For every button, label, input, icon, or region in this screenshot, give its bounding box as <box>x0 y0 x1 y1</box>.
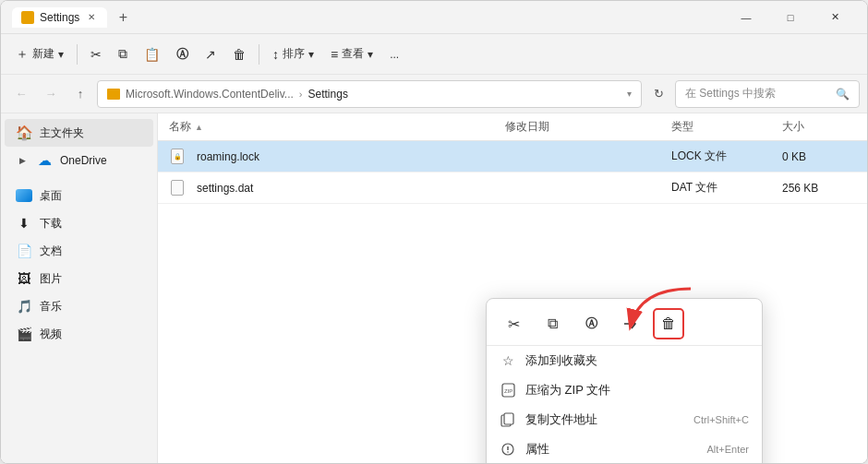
col-name-header: 名称 ▲ <box>169 119 505 135</box>
more-button[interactable]: ... <box>382 43 406 65</box>
back-button[interactable]: ← <box>8 81 34 107</box>
maximize-button[interactable]: □ <box>769 3 812 32</box>
forward-button[interactable]: → <box>38 81 64 107</box>
col-name-label: 名称 <box>169 119 191 135</box>
new-icon: ＋ <box>16 46 29 63</box>
new-chevron: ▾ <box>58 48 64 61</box>
videos-icon: 🎬 <box>16 326 32 342</box>
search-box[interactable]: 在 Settings 中搜索 🔍 <box>675 80 860 108</box>
search-icon: 🔍 <box>836 88 850 101</box>
sidebar-item-music[interactable]: 🎵 音乐 📌 <box>5 292 153 320</box>
addr-folder-icon <box>107 89 120 100</box>
context-menu: ✂ ⧉ Ⓐ 🗑 ☆ 添加到收藏夹 <box>486 298 763 463</box>
up-button[interactable]: ↑ <box>67 81 93 107</box>
view-icon: ≡ <box>331 47 338 62</box>
roaming-lock-filename: roaming.lock <box>197 150 259 163</box>
addr-path-short: Microsoft.Windows.ContentDeliv... <box>126 88 294 101</box>
view-button[interactable]: ≡ 查看 ▾ <box>323 42 380 66</box>
settings-dat-size: 256 KB <box>782 182 856 195</box>
add-favorite-icon: ☆ <box>500 352 516 369</box>
zip-icon: ZIP <box>500 382 516 399</box>
tab-close-btn[interactable]: ✕ <box>85 11 98 24</box>
file-list: 名称 ▲ 修改日期 类型 大小 🔒 <box>158 113 867 463</box>
sidebar-label-desktop: 桌面 <box>40 188 62 204</box>
address-input[interactable]: Microsoft.Windows.ContentDeliv... › Sett… <box>97 80 642 108</box>
sidebar-item-videos[interactable]: 🎬 视频 📌 <box>5 320 153 348</box>
sidebar-item-desktop[interactable]: 桌面 📌 <box>5 182 153 209</box>
documents-icon: 📄 <box>16 243 32 259</box>
addr-dropdown-icon: ▾ <box>627 89 632 99</box>
minimize-button[interactable]: — <box>725 3 767 32</box>
ctx-delete-button[interactable]: 🗑 <box>653 308 684 339</box>
tab-area: Settings ✕ + <box>12 6 725 30</box>
rename-button[interactable]: Ⓐ <box>169 42 196 67</box>
sidebar-item-documents[interactable]: 📄 文档 📌 <box>5 237 153 265</box>
cut-button[interactable]: ✂ <box>83 42 109 66</box>
main-content: 🏠 主文件夹 ▶ ☁ OneDrive 桌面 📌 ⬇ 下载 📌 <box>1 113 867 463</box>
new-tab-button[interactable]: + <box>111 6 135 30</box>
properties-label: 属性 <box>525 441 697 458</box>
copy-path-label: 复制文件地址 <box>525 411 684 428</box>
downloads-icon: ⬇ <box>16 215 32 232</box>
ctx-share-button[interactable] <box>614 308 645 339</box>
properties-icon <box>500 441 516 458</box>
new-button[interactable]: ＋ 新建 ▾ <box>8 42 71 67</box>
col-size-label: 大小 <box>782 120 804 133</box>
pictures-icon: 🖼 <box>16 270 32 287</box>
explorer-window: Settings ✕ + — □ ✕ ＋ 新建 ▾ ✂ ⧉ 📋 Ⓐ <box>0 0 868 464</box>
sidebar: 🏠 主文件夹 ▶ ☁ OneDrive 桌面 📌 ⬇ 下载 📌 <box>1 113 158 463</box>
sort-arrow-name: ▲ <box>195 123 203 132</box>
cut-icon: ✂ <box>90 47 102 62</box>
sidebar-item-home[interactable]: 🏠 主文件夹 <box>5 119 153 147</box>
settings-dat-filename: settings.dat <box>197 182 253 195</box>
sort-chevron: ▾ <box>308 48 314 61</box>
onedrive-expand-icon: ▶ <box>16 156 29 165</box>
tab-label: Settings <box>40 11 79 24</box>
view-label: 查看 <box>342 46 364 62</box>
col-type-label: 类型 <box>671 120 693 133</box>
desktop-icon <box>16 187 32 204</box>
onedrive-icon: ☁ <box>36 152 53 169</box>
ctx-item-add-favorite[interactable]: ☆ 添加到收藏夹 <box>487 346 762 375</box>
share-icon: ↗ <box>205 47 216 62</box>
sidebar-label-downloads: 下载 <box>40 216 62 232</box>
sidebar-label-music: 音乐 <box>40 299 62 315</box>
roaming-lock-name-cell: 🔒 roaming.lock <box>169 149 505 165</box>
close-button[interactable]: ✕ <box>814 3 856 32</box>
copy-button[interactable]: ⧉ <box>111 42 135 66</box>
sidebar-item-downloads[interactable]: ⬇ 下载 📌 <box>5 209 153 237</box>
ctx-copy-button[interactable]: ⧉ <box>536 308 568 339</box>
svg-text:ZIP: ZIP <box>504 388 512 394</box>
delete-button[interactable]: 🗑 <box>225 42 253 66</box>
address-bar: ← → ↑ Microsoft.Windows.ContentDeliv... … <box>1 75 867 113</box>
sort-button[interactable]: ↕ 排序 ▾ <box>265 42 321 66</box>
ctx-cut-button[interactable]: ✂ <box>498 308 529 339</box>
title-bar: Settings ✕ + — □ ✕ <box>1 1 867 34</box>
refresh-button[interactable]: ↻ <box>645 81 671 107</box>
file-row-settings-dat[interactable]: settings.dat DAT 文件 256 KB <box>158 173 867 204</box>
properties-shortcut: Alt+Enter <box>706 444 749 455</box>
share-button[interactable]: ↗ <box>198 42 223 66</box>
sidebar-item-pictures[interactable]: 🖼 图片 📌 <box>5 265 153 292</box>
sidebar-label-home: 主文件夹 <box>40 125 84 141</box>
sidebar-item-onedrive[interactable]: ▶ ☁ OneDrive <box>5 147 153 174</box>
col-modified-header: 修改日期 <box>505 119 671 135</box>
col-modified-label: 修改日期 <box>505 120 549 133</box>
active-tab[interactable]: Settings ✕ <box>12 7 107 28</box>
toolbar: ＋ 新建 ▾ ✂ ⧉ 📋 Ⓐ ↗ 🗑 ↕ 排序 ▾ ≡ 查看 <box>1 34 867 75</box>
sidebar-label-onedrive: OneDrive <box>60 154 107 167</box>
sort-icon: ↕ <box>272 47 279 62</box>
copy-path-shortcut: Ctrl+Shift+C <box>693 414 749 425</box>
sort-label: 排序 <box>283 46 305 62</box>
ctx-item-zip[interactable]: ZIP 压缩为 ZIP 文件 <box>487 375 762 405</box>
ctx-item-copy-path[interactable]: 复制文件地址 Ctrl+Shift+C <box>487 405 762 434</box>
sidebar-label-videos: 视频 <box>40 327 62 342</box>
window-controls: — □ ✕ <box>725 3 856 32</box>
file-row-roaming-lock[interactable]: 🔒 roaming.lock LOCK 文件 0 KB <box>158 141 867 173</box>
ctx-rename-button[interactable]: Ⓐ <box>575 308 607 339</box>
toolbar-sep-1 <box>77 44 78 65</box>
addr-path-folder: Settings <box>308 88 348 101</box>
paste-button[interactable]: 📋 <box>137 42 167 66</box>
delete-icon: 🗑 <box>233 47 246 62</box>
ctx-item-properties[interactable]: 属性 Alt+Enter <box>487 434 762 463</box>
